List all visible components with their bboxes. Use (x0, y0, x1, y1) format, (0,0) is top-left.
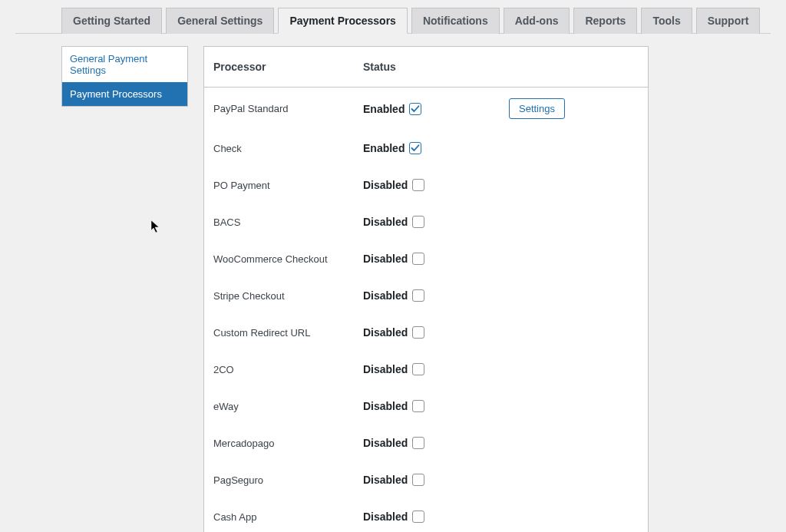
processor-row: CheckEnabled (204, 130, 648, 167)
status-label: Enabled (363, 103, 405, 115)
status-label: Disabled (363, 253, 408, 265)
status-label: Disabled (363, 363, 408, 375)
enable-checkbox[interactable] (412, 511, 424, 523)
enable-checkbox[interactable] (412, 326, 424, 339)
processor-row: Custom Redirect URLDisabled (204, 314, 648, 351)
processor-status: Disabled (363, 400, 509, 412)
processor-status: Disabled (363, 289, 509, 302)
status-label: Enabled (363, 142, 405, 154)
processor-status: Disabled (363, 179, 509, 191)
subnav-item-payment-processors[interactable]: Payment Processors (62, 82, 187, 106)
tab-getting-started[interactable]: Getting Started (61, 8, 162, 34)
processor-status: Disabled (363, 253, 509, 265)
panel-header: Processor Status (204, 47, 648, 88)
enable-checkbox[interactable] (412, 253, 424, 265)
processor-row: MercadopagoDisabled (204, 425, 648, 461)
enable-checkbox[interactable] (412, 400, 424, 412)
subnav-item-general-payment-settings[interactable]: General Payment Settings (62, 47, 187, 82)
processor-name: Check (213, 143, 363, 154)
tab-reports[interactable]: Reports (573, 8, 637, 34)
processor-status: Disabled (363, 511, 509, 523)
processor-row: Cash AppDisabled (204, 498, 648, 532)
column-header-status: Status (363, 61, 396, 73)
processor-row: PayPal StandardEnabledSettings (204, 88, 648, 130)
status-label: Disabled (363, 511, 408, 523)
processor-status: Disabled (363, 437, 509, 449)
tab-support[interactable]: Support (696, 8, 761, 34)
processor-status: Disabled (363, 326, 509, 339)
processor-row: PagSeguroDisabled (204, 461, 648, 498)
status-label: Disabled (363, 400, 408, 412)
processor-status: Enabled (363, 142, 509, 154)
processor-name: BACS (213, 216, 363, 228)
processor-status: Disabled (363, 363, 509, 375)
processor-name: eWay (213, 401, 363, 412)
tab-add-ons[interactable]: Add-ons (504, 8, 570, 34)
processor-name: PagSeguro (213, 474, 363, 486)
primary-tabs: Getting StartedGeneral SettingsPayment P… (15, 8, 771, 34)
processor-status: Enabled (363, 103, 509, 115)
enable-checkbox[interactable] (412, 216, 424, 228)
enable-checkbox[interactable] (409, 103, 421, 115)
status-label: Disabled (363, 179, 408, 191)
tab-tools[interactable]: Tools (641, 8, 692, 34)
processor-name: Custom Redirect URL (213, 327, 363, 339)
processor-name: WooCommerce Checkout (213, 253, 363, 265)
processor-row: Stripe CheckoutDisabled (204, 277, 648, 314)
status-label: Disabled (363, 474, 408, 486)
status-label: Disabled (363, 216, 408, 228)
processors-panel: Processor Status PayPal StandardEnabledS… (203, 46, 649, 532)
processor-name: PO Payment (213, 180, 363, 191)
tab-general-settings[interactable]: General Settings (166, 8, 274, 34)
processor-row: BACSDisabled (204, 203, 648, 240)
settings-button[interactable]: Settings (509, 98, 565, 119)
processor-name: 2CO (213, 364, 363, 375)
processor-row: WooCommerce CheckoutDisabled (204, 240, 648, 277)
processor-name: Cash App (213, 511, 363, 523)
processor-action: Settings (509, 98, 565, 119)
enable-checkbox[interactable] (412, 437, 424, 449)
enable-checkbox[interactable] (412, 474, 424, 486)
processor-status: Disabled (363, 216, 509, 228)
status-label: Disabled (363, 289, 408, 302)
settings-subnav: General Payment SettingsPayment Processo… (61, 46, 188, 107)
column-header-processor: Processor (213, 61, 363, 73)
processor-row: eWayDisabled (204, 388, 648, 425)
processor-row: PO PaymentDisabled (204, 167, 648, 203)
enable-checkbox[interactable] (412, 179, 424, 191)
enable-checkbox[interactable] (412, 363, 424, 375)
enable-checkbox[interactable] (412, 289, 424, 302)
tab-payment-processors[interactable]: Payment Processors (278, 8, 408, 34)
processor-status: Disabled (363, 474, 509, 486)
processor-name: Stripe Checkout (213, 290, 363, 302)
status-label: Disabled (363, 326, 408, 339)
processor-name: Mercadopago (213, 438, 363, 449)
processor-name: PayPal Standard (213, 103, 363, 114)
processor-row: 2CODisabled (204, 351, 648, 388)
status-label: Disabled (363, 437, 408, 449)
enable-checkbox[interactable] (409, 142, 421, 154)
tab-notifications[interactable]: Notifications (411, 8, 500, 34)
